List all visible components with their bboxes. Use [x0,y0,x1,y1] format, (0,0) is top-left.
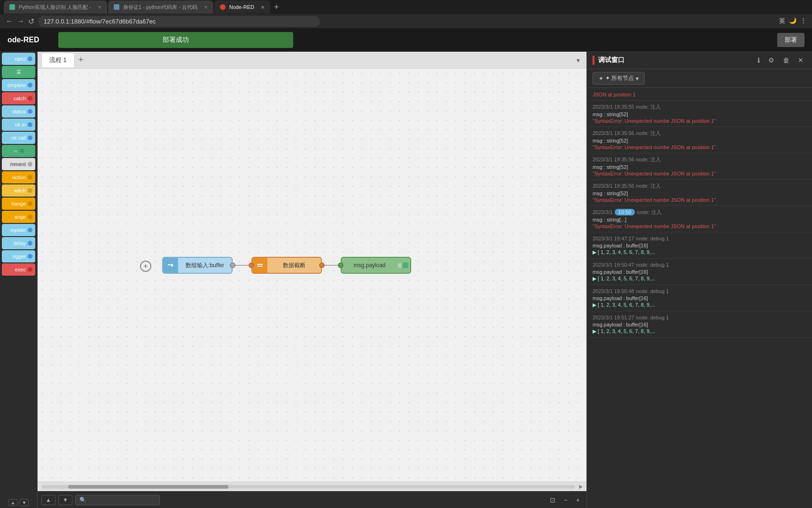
browser-tab-1[interactable]: Python实现人脸识别 人脸匹配 - ✕ [4,0,107,14]
log-node-7: node: debug 1 [636,262,669,268]
panel-close-button[interactable]: ✕ [795,56,806,65]
node-dot-link-in [28,122,32,127]
flow-node-split[interactable]: 数据截断 [251,257,322,274]
tab-label-1: Python实现人脸识别 人脸匹配 - [19,4,91,11]
log-entry-8: 2023/3/1 19:50:48 node: debug 1 msg.payl… [587,285,812,311]
log-entry-5: 2023/3/110:50node: 注入 msg : string[...] … [587,206,812,232]
sidebar-down[interactable]: ▼ [20,499,29,506]
tab-close-2[interactable]: ✕ [204,5,208,10]
node-item-list[interactable]: ☰ [2,66,35,78]
log-array-9[interactable]: [ 1, 2, 3, 4, 5, 6, 7, 8, 9,... [593,328,806,334]
canvas-area: 流程 1 + ▾ + [38,52,586,508]
node-label-trigger: rigger [5,254,26,259]
back-button[interactable]: ← [6,17,13,25]
log-msg-6: msg.payload : buffer[16] [593,243,806,248]
nav-down-button[interactable]: ▼ [58,495,72,505]
canvas-tab-add-button[interactable]: + [75,55,87,65]
canvas-bottom-scrollbar: ▶ [38,482,586,491]
node-item-comment[interactable]: mment [2,158,35,170]
node-item-link-out[interactable]: → [2,145,35,157]
node-label-inject: nject [5,56,26,62]
node-item-exec[interactable]: exec [2,263,35,276]
scrollbar-thumb[interactable] [68,485,228,489]
node-dot-exec [28,267,32,272]
panel-clear-button[interactable]: 🗑 [780,56,792,65]
browser-tabs: Python实现人脸识别 人脸匹配 - ✕ 身份证1 - python代码库 -… [0,0,812,14]
flow-node-inject[interactable]: 数组输入:buffer [162,257,233,274]
node-item-complete[interactable]: omplete [2,79,35,91]
flow-node-debug[interactable]: msg.payload ☰ [341,257,411,274]
log-node-6: node: debug 1 [636,236,669,241]
log-node-9: node: debug 1 [636,315,669,320]
node-item-trigger[interactable]: rigger [2,250,35,262]
zoom-in-button[interactable]: + [573,495,583,505]
canvas[interactable]: + 数组输入:buffer [38,69,586,482]
node-item-inject[interactable]: nject [2,53,35,65]
log-node-8: node: debug 1 [636,288,669,294]
node-item-link-call[interactable]: nk call [2,132,35,144]
browser-tab-2[interactable]: 身份证1 - python代码库 - 云代码 ✕ [108,0,213,14]
node-item-template[interactable]: mplate [2,224,35,236]
search-input[interactable] [75,495,160,505]
log-error-0: JSON at position 1 [593,92,806,97]
forward-button[interactable]: → [17,17,24,25]
node-label-link-in: nk in [5,122,26,127]
panel-settings-button[interactable]: ⚙ [765,56,777,65]
svg-rect-3 [257,266,263,267]
reload-button[interactable]: ↺ [28,17,34,26]
node-item-link-in[interactable]: nk in [2,119,35,131]
node-label-exec: exec [5,267,26,272]
tab-icon-3 [220,4,226,10]
node-dot-complete [28,83,32,87]
node-dot-template [28,228,32,232]
node-label-function: nction [5,175,26,180]
log-entry-9: 2023/3/1 19:51:27 node: debug 1 msg.payl… [587,311,812,338]
bottom-right-tools: ⊡ − + [547,495,583,505]
debug-node-label: msg.payload [342,262,398,269]
log-entry-3: 2023/3/1 19:35:56 node: 注入 msg : string[… [587,153,812,180]
inject-icon-box [163,258,178,273]
debug-input-port[interactable] [338,262,344,268]
log-entry-2: 2023/3/1 19:35:56 node: 注入 msg : string[… [587,127,812,153]
split-input-port[interactable] [249,262,254,268]
log-timestamp-1: 2023/3/1 19:35:55 [593,104,634,110]
zoom-fit-button[interactable]: ⊡ [547,495,558,505]
canvas-tab-flow1[interactable]: 流程 1 [41,53,75,67]
node-item-switch[interactable]: witch [2,184,35,197]
log-node-4: node: 注入 [636,183,661,189]
node-item-range[interactable]: ange [2,211,35,223]
split-output-port[interactable] [319,262,325,268]
log-error-2: "SyntaxError: Unexpected numbe JSON at p… [593,144,806,150]
browser-tab-3[interactable]: Node-RED ✕ [214,0,270,14]
panel-info-button[interactable]: ℹ [755,56,763,65]
node-label-complete: omplete [5,82,26,88]
node-item-status[interactable]: status [2,105,35,118]
horizontal-scrollbar[interactable] [41,485,575,489]
node-item-catch[interactable]: catch [2,92,35,104]
log-error-5: "SyntaxError: Unexpected numbe JSON at p… [593,223,806,229]
node-item-function[interactable]: nction [2,171,35,183]
node-item-delay[interactable]: delay [2,237,35,249]
node-dot-switch [28,188,32,193]
log-array-7[interactable]: [ 1, 2, 3, 4, 5, 6, 7, 8, 9,... [593,276,806,282]
nav-up-button[interactable]: ▲ [41,495,55,505]
sidebar-up[interactable]: ▲ [8,499,18,506]
filter-all-nodes-button[interactable]: ✦ ✦ 所有节点 ▾ [593,72,645,85]
tab-close-1[interactable]: ✕ [98,5,102,10]
log-array-6[interactable]: [ 1, 2, 3, 4, 5, 6, 7, 8, 9,... [593,249,806,255]
zoom-out-button[interactable]: − [561,495,570,505]
inject-icon [167,262,174,269]
log-array-8[interactable]: [ 1, 2, 3, 4, 5, 6, 7, 8, 9,... [593,302,806,308]
canvas-tab-menu-button[interactable]: ▾ [574,56,583,64]
new-tab-button[interactable]: + [271,2,282,12]
log-badge-5: 10:50 [615,209,635,215]
tab-close-3[interactable]: ✕ [261,5,265,10]
inject-output-port[interactable] [230,262,235,268]
deploy-button[interactable]: 部署 [777,33,804,47]
debug-list-icon: ☰ [398,263,402,268]
browser-menu[interactable]: ⋮ [800,17,806,25]
address-input[interactable] [38,16,320,27]
node-item-change[interactable]: hange [2,198,35,210]
add-node-button[interactable]: + [140,261,151,272]
list-icon: ☰ [16,69,21,75]
